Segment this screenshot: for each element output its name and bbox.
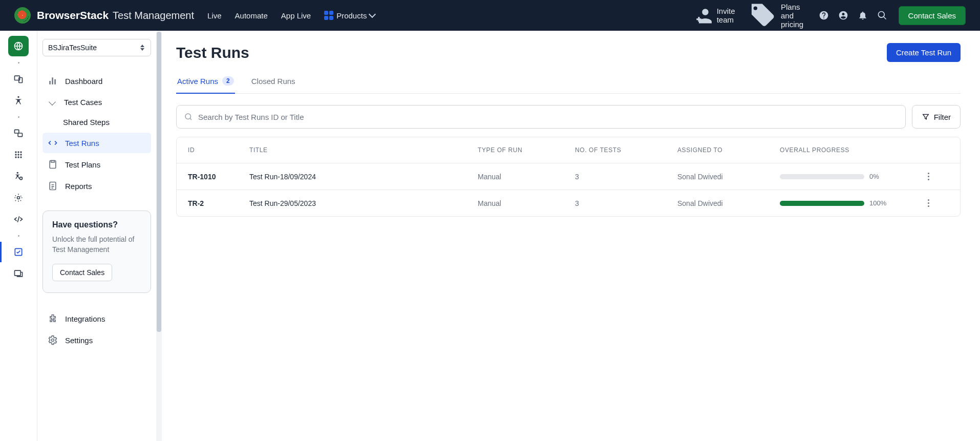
svg-rect-5	[18, 133, 22, 137]
help-contact-sales-button[interactable]: Contact Sales	[52, 264, 112, 281]
svg-point-12	[15, 156, 16, 158]
products-grid-icon	[324, 11, 333, 20]
chevron-down-icon	[369, 11, 376, 18]
topbar: BrowserStack Test Management Live Automa…	[0, 0, 980, 31]
suite-selector[interactable]: BSJiraTesSuite	[42, 39, 151, 56]
sidebar-item-integrations[interactable]: Integrations	[42, 308, 151, 329]
col-progress: OVERALL PROGRESS	[780, 146, 923, 154]
sidebar-item-test-plans[interactable]: Test Plans	[42, 154, 151, 175]
nav-products-label: Products	[336, 11, 367, 20]
rail-item-live[interactable]	[8, 36, 29, 56]
sidebar-item-shared-steps[interactable]: Shared Steps	[42, 113, 151, 132]
filter-button[interactable]: Filter	[912, 105, 961, 129]
sidebar-label: Settings	[65, 336, 93, 345]
account-icon[interactable]	[838, 10, 848, 20]
tab-label: Closed Runs	[251, 77, 295, 86]
col-tests: NO. OF TESTS	[575, 146, 677, 154]
svg-point-24	[185, 114, 191, 119]
invite-team-button[interactable]: Invite team	[693, 6, 735, 25]
help-icon[interactable]	[819, 10, 829, 20]
rail-item-screenshot[interactable]	[8, 263, 29, 284]
filter-icon	[922, 113, 930, 121]
table-row[interactable]: TR-1010Test Run-18/09/2024Manual3Sonal D…	[177, 163, 960, 190]
svg-point-14	[20, 156, 22, 158]
svg-point-3	[17, 96, 19, 98]
rail-item-a11y-settings[interactable]	[8, 166, 29, 186]
svg-rect-4	[15, 130, 19, 133]
page-title: Test Runs	[176, 44, 249, 61]
select-chevron-icon	[140, 45, 145, 51]
rail-item-test-management[interactable]	[8, 242, 29, 262]
rail-item-device-cloud[interactable]	[8, 123, 29, 143]
rail-divider-dot	[17, 112, 19, 122]
search-box[interactable]	[176, 105, 906, 129]
tab-active-runs[interactable]: Active Runs 2	[176, 73, 235, 94]
suite-selected-label: BSJiraTesSuite	[48, 44, 97, 52]
svg-point-23	[52, 339, 54, 342]
contact-sales-button[interactable]: Contact Sales	[899, 6, 966, 25]
bell-icon[interactable]	[858, 10, 868, 20]
svg-rect-19	[15, 270, 21, 276]
chevron-down-icon	[49, 98, 56, 106]
svg-point-9	[15, 154, 16, 155]
sidebar-item-dashboard[interactable]: Dashboard	[42, 71, 151, 91]
row-menu-button[interactable]	[923, 172, 933, 182]
topnav: Live Automate App Live Products	[207, 11, 375, 20]
col-title: TITLE	[249, 146, 478, 154]
tag-icon	[747, 0, 777, 30]
sidebar-label: Test Cases	[64, 98, 102, 107]
invite-icon	[693, 6, 713, 25]
runs-table: ID TITLE TYPE OF RUN NO. OF TESTS ASSIGN…	[176, 137, 961, 217]
plans-pricing-button[interactable]: Plans and pricing	[747, 0, 809, 30]
rail-item-devices[interactable]	[8, 69, 29, 89]
sidebar-item-reports[interactable]: Reports	[42, 176, 151, 196]
rail-item-code[interactable]	[8, 209, 29, 229]
rail-divider-dot	[17, 230, 19, 241]
svg-point-15	[17, 172, 18, 174]
icon-rail	[0, 31, 37, 441]
cell-tests: 3	[575, 199, 677, 207]
sidebar: BSJiraTesSuite Dashboard Test Cases Shar…	[37, 31, 157, 441]
nav-products[interactable]: Products	[324, 11, 375, 20]
sidebar-scroll-thumb[interactable]	[157, 32, 161, 332]
search-input[interactable]	[198, 113, 898, 121]
nav-live[interactable]: Live	[207, 11, 222, 20]
progress-track	[780, 201, 864, 206]
rail-divider-dot	[17, 57, 19, 68]
cell-progress: 0%	[780, 173, 923, 180]
svg-rect-21	[51, 161, 55, 162]
tab-closed-runs[interactable]: Closed Runs	[250, 73, 296, 93]
rail-item-accessibility[interactable]	[8, 90, 29, 111]
svg-point-11	[20, 154, 22, 155]
sidebar-label: Integrations	[65, 314, 105, 323]
nav-app-live[interactable]: App Live	[281, 11, 311, 20]
svg-point-17	[17, 197, 20, 199]
cell-assigned: Sonal Dwivedi	[677, 173, 780, 181]
search-icon	[184, 112, 193, 121]
create-test-run-button[interactable]: Create Test Run	[887, 43, 961, 62]
svg-point-8	[20, 151, 22, 153]
sidebar-label: Dashboard	[65, 77, 102, 86]
row-menu-button[interactable]	[923, 198, 933, 208]
col-type: TYPE OF RUN	[478, 146, 575, 154]
nav-automate[interactable]: Automate	[235, 11, 268, 20]
rail-item-obs-gear[interactable]	[8, 187, 29, 208]
cell-assigned: Sonal Dwivedi	[677, 199, 780, 207]
active-runs-count-badge: 2	[222, 76, 234, 86]
search-icon[interactable]	[877, 10, 887, 20]
table-row[interactable]: TR-2Test Run-29/05/2023Manual3Sonal Dwiv…	[177, 190, 960, 216]
sidebar-item-test-cases[interactable]: Test Cases	[42, 92, 151, 112]
sidebar-label: Shared Steps	[63, 118, 110, 127]
sidebar-item-test-runs[interactable]: Test Runs	[42, 133, 151, 153]
svg-point-13	[17, 156, 19, 158]
tab-label: Active Runs	[177, 77, 218, 86]
col-assigned: ASSIGNED TO	[677, 146, 780, 154]
sidebar-item-settings[interactable]: Settings	[42, 330, 151, 350]
cell-type: Manual	[478, 173, 575, 181]
svg-point-6	[15, 151, 16, 153]
main-content: Test Runs Create Test Run Active Runs 2 …	[157, 31, 980, 441]
col-id: ID	[188, 146, 249, 154]
rail-item-apps[interactable]	[8, 144, 29, 165]
cell-tests: 3	[575, 173, 677, 181]
cell-title: Test Run-18/09/2024	[249, 173, 478, 181]
